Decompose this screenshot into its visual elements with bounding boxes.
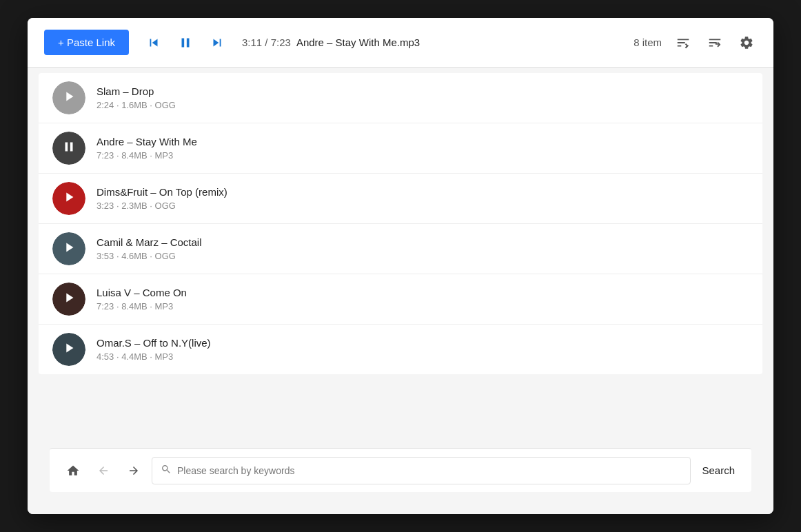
skip-forward-button[interactable] xyxy=(206,32,228,54)
track-title: Omar.S – Off to N.Y(live) xyxy=(97,337,749,349)
forward-arrow-icon xyxy=(128,464,140,477)
track-thumbnail xyxy=(52,333,85,366)
track-meta: 2:24 · 1.6MB · OGG xyxy=(97,100,749,110)
transport-controls xyxy=(143,32,228,54)
track-item[interactable]: Omar.S – Off to N.Y(live) 4:53 · 4.4MB ·… xyxy=(39,325,762,374)
track-item[interactable]: Luisa V – Come On 7:23 · 8.4MB · MP3 xyxy=(39,274,762,325)
track-list: Slam – Drop 2:24 · 1.6MB · OGG Andre – S… xyxy=(39,73,762,374)
home-button[interactable] xyxy=(61,458,85,483)
track-details: Dims&Fruit – On Top (remix) 3:23 · 2.3MB… xyxy=(97,186,749,211)
home-icon xyxy=(66,464,80,478)
track-thumbnail xyxy=(52,182,85,215)
content-area: Slam – Drop 2:24 · 1.6MB · OGG Andre – S… xyxy=(28,68,773,448)
track-details: Omar.S – Off to N.Y(live) 4:53 · 4.4MB ·… xyxy=(97,337,749,362)
track-item[interactable]: Slam – Drop 2:24 · 1.6MB · OGG xyxy=(39,73,762,123)
sort-icon xyxy=(707,35,722,50)
skip-back-icon xyxy=(146,35,161,50)
track-meta: 7:23 · 8.4MB · MP3 xyxy=(97,150,749,161)
track-details: Camil & Marz – Coctail 3:53 · 4.6MB · OG… xyxy=(97,236,749,261)
play-pause-icon xyxy=(61,190,77,208)
track-item[interactable]: Camil & Marz – Coctail 3:53 · 4.6MB · OG… xyxy=(39,224,762,274)
play-pause-icon xyxy=(61,340,77,359)
top-bar: + Paste Link 3:11 / 7 xyxy=(28,18,773,68)
back-button[interactable] xyxy=(91,458,116,483)
settings-button[interactable] xyxy=(736,32,757,53)
track-info: 3:11 / 7:23 Andre – Stay With Me.mp3 xyxy=(242,37,620,48)
track-details: Luisa V – Come On 7:23 · 8.4MB · MP3 xyxy=(97,287,749,311)
skip-back-button[interactable] xyxy=(143,32,165,54)
pause-icon xyxy=(178,35,193,50)
gear-icon xyxy=(739,35,754,50)
search-button[interactable]: Search xyxy=(696,457,740,484)
skip-forward-icon xyxy=(210,35,225,50)
top-bar-right: 8 item xyxy=(633,32,757,53)
pause-button[interactable] xyxy=(174,32,196,54)
track-thumbnail xyxy=(52,132,85,165)
track-meta: 3:23 · 2.3MB · OGG xyxy=(97,201,749,211)
play-pause-icon xyxy=(61,290,77,309)
sort-button[interactable] xyxy=(704,32,725,53)
search-icon xyxy=(161,464,172,478)
track-item[interactable]: Andre – Stay With Me 7:23 · 8.4MB · MP3 xyxy=(39,123,762,174)
track-meta: 3:53 · 4.6MB · OGG xyxy=(97,251,749,261)
search-list-button[interactable] xyxy=(673,32,693,53)
track-title: Dims&Fruit – On Top (remix) xyxy=(97,186,749,198)
search-list-icon xyxy=(676,35,691,50)
item-count: 8 item xyxy=(633,37,662,48)
search-input[interactable] xyxy=(177,465,682,476)
track-item[interactable]: Dims&Fruit – On Top (remix) 3:23 · 2.3MB… xyxy=(39,174,762,224)
track-details: Andre – Stay With Me 7:23 · 8.4MB · MP3 xyxy=(97,136,749,161)
track-thumbnail xyxy=(52,283,85,316)
now-playing-title: Andre – Stay With Me.mp3 xyxy=(296,37,420,48)
back-arrow-icon xyxy=(97,464,110,477)
track-title: Camil & Marz – Coctail xyxy=(97,236,749,248)
forward-button[interactable] xyxy=(121,458,146,483)
paste-link-button[interactable]: + Paste Link xyxy=(44,30,129,55)
app-window: + Paste Link 3:11 / 7 xyxy=(28,18,773,514)
bottom-bar: Search xyxy=(50,448,751,492)
track-thumbnail xyxy=(52,81,85,114)
play-pause-icon xyxy=(61,240,77,258)
track-title: Andre – Stay With Me xyxy=(97,136,749,147)
play-pause-icon xyxy=(61,89,77,108)
track-thumbnail xyxy=(52,232,85,265)
track-title: Slam – Drop xyxy=(97,85,749,97)
track-meta: 7:23 · 8.4MB · MP3 xyxy=(97,301,749,311)
search-area xyxy=(152,457,691,484)
time-display: 3:11 / 7:23 xyxy=(242,37,291,48)
track-title: Luisa V – Come On xyxy=(97,287,749,298)
track-meta: 4:53 · 4.4MB · MP3 xyxy=(97,351,749,362)
track-details: Slam – Drop 2:24 · 1.6MB · OGG xyxy=(97,85,749,110)
play-pause-icon xyxy=(61,139,77,158)
